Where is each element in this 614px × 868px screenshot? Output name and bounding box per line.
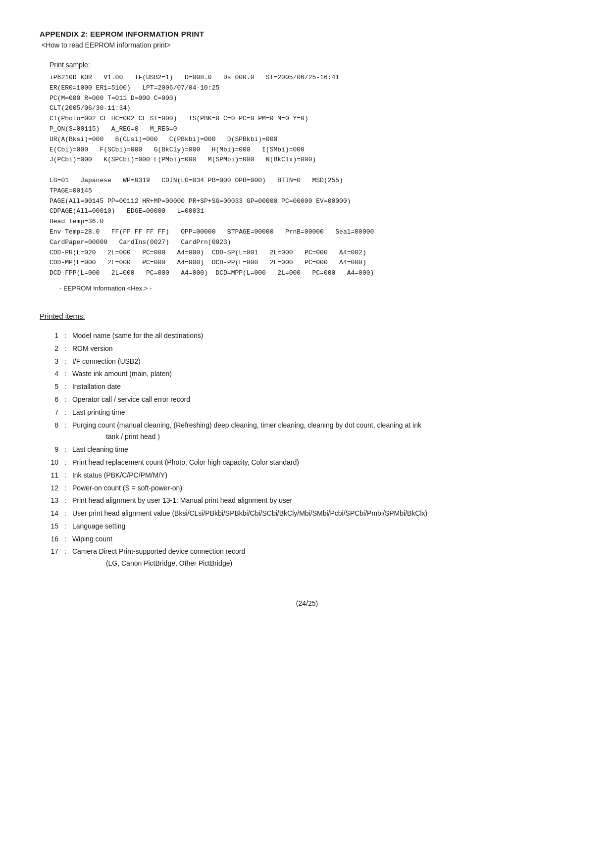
list-item: 14:User print head alignment value (Bksi… (45, 508, 574, 520)
item-colon: : (64, 495, 66, 507)
item-text: Power-on count (S = soft-power-on) (72, 482, 574, 494)
item-colon: : (64, 394, 66, 406)
printed-items-section: Printed items: 1:Model name (same for th… (40, 312, 574, 570)
list-item: 3:I/F connection (USB2) (45, 356, 574, 368)
item-number: 7 (45, 407, 58, 419)
item-colon: : (64, 533, 66, 545)
item-number: 5 (45, 381, 58, 393)
item-colon: : (64, 356, 66, 368)
item-number: 10 (45, 457, 58, 469)
item-colon: : (64, 381, 66, 393)
item-colon: : (64, 330, 66, 342)
item-text: Installation date (72, 381, 574, 393)
list-item: 15:Language setting (45, 521, 574, 532)
item-text: Camera Direct Print-supported device con… (72, 546, 574, 570)
item-text: User print head alignment value (Bksi/CL… (72, 508, 574, 520)
item-number: 4 (45, 368, 58, 380)
item-number: 1 (45, 330, 58, 342)
item-text: Wiping count (72, 533, 574, 545)
item-colon: : (64, 546, 66, 570)
item-number: 8 (45, 420, 58, 443)
list-item: 13:Print head alignment by user 13-1: Ma… (45, 495, 574, 507)
list-item: 8:Purging count (manual cleaning, (Refre… (45, 420, 574, 443)
print-sample-section: Print sample: iP6210D KOR V1.00 IF(USB2=… (50, 61, 574, 292)
item-text: Last cleaning time (72, 444, 574, 456)
item-number: 13 (45, 495, 58, 507)
item-number: 3 (45, 356, 58, 368)
printed-items-label: Printed items: (40, 312, 574, 320)
item-colon: : (64, 444, 66, 456)
item-colon: : (64, 368, 66, 380)
list-item: 7:Last printing time (45, 407, 574, 419)
appendix-title: APPENDIX 2: EEPROM INFORMATION PRINT (40, 30, 574, 38)
monospace-block: iP6210D KOR V1.00 IF(USB2=1) D=008.0 Ds … (50, 73, 574, 279)
item-text: Model name (same for the all destination… (72, 330, 574, 342)
list-item: 2:ROM version (45, 343, 574, 355)
list-item: 17:Camera Direct Print-supported device … (45, 546, 574, 570)
eeprom-hex-note: - EEPROM Information <Hex.> - (59, 285, 574, 292)
item-number: 11 (45, 470, 58, 482)
item-colon: : (64, 470, 66, 482)
item-colon: : (64, 508, 66, 520)
list-item: 11:Ink status (PBK/C/PC/PM/M/Y) (45, 470, 574, 482)
item-indent: (LG, Canon PictBridge, Other PictBridge) (106, 558, 574, 570)
items-list: 1:Model name (same for the all destinati… (45, 330, 574, 570)
item-number: 16 (45, 533, 58, 545)
item-colon: : (64, 482, 66, 494)
item-text: Print head alignment by user 13-1: Manua… (72, 495, 574, 507)
item-colon: : (64, 407, 66, 419)
item-text: Waste ink amount (main, platen) (72, 368, 574, 380)
item-number: 14 (45, 508, 58, 520)
list-item: 5:Installation date (45, 381, 574, 393)
item-number: 2 (45, 343, 58, 355)
list-item: 16:Wiping count (45, 533, 574, 545)
item-text: Last printing time (72, 407, 574, 419)
item-text: Operator call / service call error recor… (72, 394, 574, 406)
item-colon: : (64, 521, 66, 532)
item-text: Purging count (manual cleaning, (Refresh… (72, 420, 574, 443)
item-number: 17 (45, 546, 58, 570)
item-text: ROM version (72, 343, 574, 355)
item-number: 9 (45, 444, 58, 456)
item-number: 12 (45, 482, 58, 494)
item-colon: : (64, 420, 66, 443)
item-colon: : (64, 343, 66, 355)
item-indent: tank / print head ) (106, 431, 574, 443)
item-colon: : (64, 457, 66, 469)
list-item: 10:Print head replacement count (Photo, … (45, 457, 574, 469)
page-footer: (24/25) (40, 599, 574, 607)
list-item: 9:Last cleaning time (45, 444, 574, 456)
item-text: I/F connection (USB2) (72, 356, 574, 368)
list-item: 4:Waste ink amount (main, platen) (45, 368, 574, 380)
list-item: 6:Operator call / service call error rec… (45, 394, 574, 406)
how-to-read: <How to read EEPROM information print> (42, 41, 574, 49)
print-sample-label: Print sample: (50, 61, 574, 69)
item-text: Print head replacement count (Photo, Col… (72, 457, 574, 469)
item-number: 6 (45, 394, 58, 406)
list-item: 1:Model name (same for the all destinati… (45, 330, 574, 342)
list-item: 12:Power-on count (S = soft-power-on) (45, 482, 574, 494)
item-text: Ink status (PBK/C/PC/PM/M/Y) (72, 470, 574, 482)
item-text: Language setting (72, 521, 574, 532)
item-number: 15 (45, 521, 58, 532)
